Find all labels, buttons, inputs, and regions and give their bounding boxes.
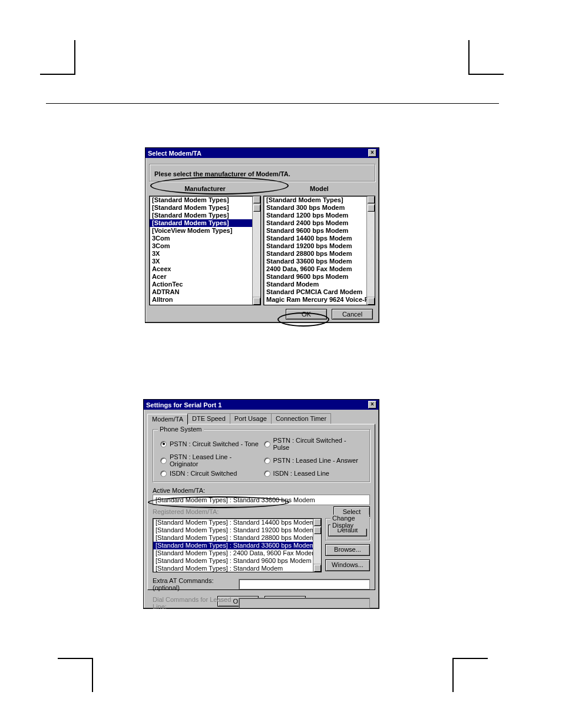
scrollbar[interactable] bbox=[366, 196, 375, 305]
list-item[interactable]: [Standard Modem Types] : Standard 19200 … bbox=[153, 526, 321, 534]
phone-option[interactable]: PSTN : Leased Line - Originator bbox=[158, 452, 262, 469]
list-item[interactable]: Standard 1200 bps Modem bbox=[264, 212, 375, 219]
phone-option-label: PSTN : Circuit Switched - Tone bbox=[170, 440, 259, 447]
registered-label: Registered Modem/TA: bbox=[153, 508, 333, 515]
list-item[interactable]: 3Com bbox=[150, 235, 260, 242]
active-modem-value: [Standard Modem Types] : Standard 33600 … bbox=[153, 495, 370, 505]
list-item[interactable]: Exar ROHM Card 24-96 Data-Fax bbox=[264, 304, 375, 305]
list-item[interactable]: 3Com bbox=[150, 242, 260, 250]
list-item[interactable]: ActionTec bbox=[150, 281, 260, 288]
list-item[interactable]: [Standard Modem Types] : Standard 33600 … bbox=[153, 542, 321, 549]
close-icon[interactable]: × bbox=[368, 401, 376, 409]
list-item[interactable]: [Standard Modem Types] : Standard 14400 … bbox=[153, 519, 321, 526]
dial-commands-label: Dial Commands for Leased Line: bbox=[153, 596, 235, 610]
radio-icon[interactable] bbox=[160, 457, 167, 464]
tab-modem-ta: Phone System PSTN : Circuit Switched - T… bbox=[147, 424, 375, 590]
scroll-thumb[interactable] bbox=[253, 205, 260, 212]
list-item[interactable]: Standard 9600 bps Modem bbox=[264, 273, 375, 281]
radio-icon[interactable] bbox=[160, 441, 167, 447]
select-modem-titlebar[interactable]: Select Modem/TA × bbox=[146, 148, 379, 158]
list-item[interactable]: 3X bbox=[150, 250, 260, 258]
scroll-down-icon[interactable] bbox=[368, 298, 375, 305]
list-item[interactable]: [Standard Modem Types] : Standard 9600 b… bbox=[153, 557, 321, 565]
list-item[interactable]: ADTRAN bbox=[150, 288, 260, 296]
phone-option-label: PSTN : Circuit Switched - Pulse bbox=[273, 437, 363, 451]
extra-at-input[interactable] bbox=[239, 579, 370, 589]
scroll-thumb[interactable] bbox=[314, 527, 321, 534]
browse-button[interactable]: Browse... bbox=[325, 544, 370, 556]
list-item[interactable]: [Standard Modem Types] : 2400 Data, 9600… bbox=[153, 549, 321, 557]
tab-connection-timer[interactable]: Connection Timer bbox=[271, 413, 331, 424]
list-item[interactable]: [Standard Modem Types] bbox=[150, 204, 260, 212]
scroll-up-icon[interactable] bbox=[314, 519, 321, 526]
windows-button[interactable]: Windows... bbox=[325, 559, 370, 571]
list-item[interactable]: Aceex bbox=[150, 265, 260, 273]
radio-icon[interactable] bbox=[264, 441, 270, 447]
radio-icon[interactable] bbox=[264, 457, 270, 464]
list-item[interactable]: Acer bbox=[150, 273, 260, 281]
scroll-down-icon[interactable] bbox=[314, 565, 321, 572]
phone-option-label: PSTN : Leased Line - Answer bbox=[273, 457, 358, 464]
list-item[interactable]: Standard 19200 bps Modem bbox=[264, 242, 375, 250]
select-modem-dialog: Select Modem/TA × x Plese select the man… bbox=[145, 147, 379, 323]
select-modem-title: Select Modem/TA bbox=[148, 150, 201, 157]
list-item[interactable]: Standard 33600 bps Modem bbox=[264, 258, 375, 265]
scroll-thumb[interactable] bbox=[368, 205, 375, 212]
radio-icon[interactable] bbox=[264, 470, 270, 477]
list-item[interactable]: 2400 Data, 9600 Fax Modem bbox=[264, 265, 375, 273]
phone-option[interactable]: PSTN : Circuit Switched - Tone bbox=[158, 436, 262, 452]
serial-settings-titlebar[interactable]: Settings for Serial Port 1 × bbox=[144, 400, 379, 410]
phone-option-label: ISDN : Leased Line bbox=[273, 470, 329, 477]
list-item[interactable]: [VoiceView Modem Types] bbox=[150, 227, 260, 235]
manufacturer-header: Manufacturer bbox=[149, 185, 261, 192]
tab-strip: Modem/TADTE SpeedPort UsageConnection Ti… bbox=[144, 410, 379, 424]
scrollbar[interactable] bbox=[313, 519, 321, 572]
list-item[interactable]: 3X bbox=[150, 258, 260, 265]
list-item[interactable]: Standard 300 bps Modem bbox=[264, 204, 375, 212]
scrollbar[interactable] bbox=[252, 196, 260, 305]
phone-option[interactable]: ISDN : Circuit Switched bbox=[158, 469, 262, 478]
cancel-button[interactable]: Cancel bbox=[332, 309, 373, 319]
radio-icon[interactable] bbox=[160, 470, 167, 477]
list-item[interactable]: Anchor Datacomm bbox=[150, 304, 260, 305]
list-item[interactable]: Standard 14400 bps Modem bbox=[264, 235, 375, 242]
registered-modem-list[interactable]: [Standard Modem Types] : Standard 14400 … bbox=[153, 518, 322, 572]
list-item[interactable]: [Standard Modem Types] bbox=[150, 196, 260, 204]
ok-button[interactable]: OK bbox=[286, 309, 327, 319]
model-list[interactable]: [Standard Modem Types]Standard 300 bps M… bbox=[263, 196, 375, 305]
extra-at-label: Extra AT Commands: (optional) bbox=[153, 577, 235, 591]
list-item[interactable]: Standard 28800 bps Modem bbox=[264, 250, 375, 258]
list-item[interactable]: Standard 9600 bps Modem bbox=[264, 227, 375, 235]
serial-settings-dialog: Settings for Serial Port 1 × Modem/TADTE… bbox=[143, 399, 379, 609]
manufacturer-list[interactable]: [Standard Modem Types][Standard Modem Ty… bbox=[149, 196, 261, 305]
list-item[interactable]: Standard Modem bbox=[264, 281, 375, 288]
phone-system-legend: Phone System bbox=[158, 426, 204, 433]
tab-modem-ta[interactable]: Modem/TA bbox=[147, 414, 188, 424]
scroll-up-icon[interactable] bbox=[368, 196, 375, 203]
list-item[interactable]: [Standard Modem Types] : Standard Modem bbox=[153, 565, 321, 572]
tab-port-usage[interactable]: Port Usage bbox=[230, 413, 272, 424]
phone-option[interactable]: PSTN : Circuit Switched - Pulse bbox=[262, 436, 365, 452]
list-item[interactable]: Magic Ram Mercury 9624 Voice-Fax bbox=[264, 296, 375, 304]
close-icon[interactable]: × bbox=[368, 149, 376, 157]
phone-option-label: ISDN : Circuit Switched bbox=[170, 470, 237, 477]
list-item[interactable]: Standard 2400 bps Modem bbox=[264, 219, 375, 227]
list-item[interactable]: [Standard Modem Types] bbox=[150, 219, 260, 227]
phone-option[interactable]: PSTN : Leased Line - Answer bbox=[262, 452, 365, 469]
model-header: Model bbox=[263, 185, 375, 192]
scroll-up-icon[interactable] bbox=[253, 196, 260, 203]
phone-option-label: PSTN : Leased Line - Originator bbox=[170, 453, 259, 467]
phone-option[interactable]: ISDN : Leased Line bbox=[262, 469, 365, 478]
page-rule bbox=[46, 103, 499, 104]
list-item[interactable]: [Standard Modem Types] bbox=[150, 212, 260, 219]
list-item[interactable]: [Standard Modem Types] bbox=[264, 196, 375, 204]
list-item[interactable]: [Standard Modem Types] : Standard 28800 … bbox=[153, 534, 321, 542]
change-display-legend: Change Display bbox=[330, 515, 369, 529]
scroll-down-icon[interactable] bbox=[253, 298, 260, 305]
select-modem-instruction: Plese select the manufacturer of Modem/T… bbox=[154, 170, 370, 177]
tab-dte-speed[interactable]: DTE Speed bbox=[187, 413, 230, 424]
list-item[interactable]: Alltron bbox=[150, 296, 260, 304]
dial-commands-input bbox=[239, 598, 370, 608]
serial-settings-title: Settings for Serial Port 1 bbox=[146, 401, 222, 409]
list-item[interactable]: Standard PCMCIA Card Modem bbox=[264, 288, 375, 296]
